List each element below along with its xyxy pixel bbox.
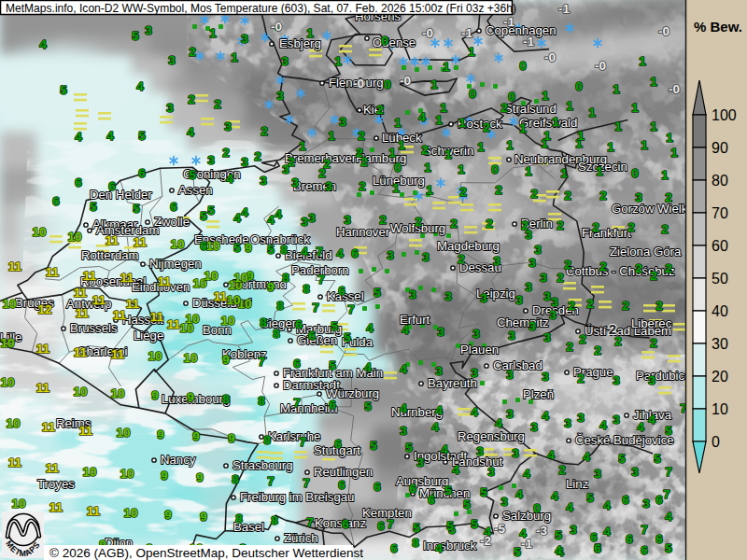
svg-text:6: 6 [641, 543, 648, 557]
svg-text:0: 0 [384, 77, 391, 91]
svg-text:4: 4 [402, 323, 409, 337]
svg-text:4: 4 [226, 172, 233, 186]
svg-text:10: 10 [148, 349, 162, 363]
svg-text:3: 3 [549, 308, 557, 322]
svg-text:Kassel: Kassel [327, 289, 364, 303]
svg-text:2: 2 [376, 103, 384, 117]
svg-text:3: 3 [635, 190, 642, 204]
svg-text:-1: -1 [521, 537, 533, 551]
svg-text:10: 10 [170, 237, 184, 251]
svg-text:11: 11 [8, 259, 22, 273]
svg-text:11: 11 [150, 310, 164, 324]
svg-text:9: 9 [164, 508, 172, 522]
svg-text:40: 40 [712, 303, 728, 319]
svg-text:10: 10 [205, 239, 219, 253]
svg-text:6: 6 [390, 541, 398, 555]
svg-text:-5: -5 [494, 522, 506, 536]
svg-text:Freiburg im Breisgau: Freiburg im Breisgau [240, 490, 354, 504]
svg-text:1: 1 [306, 26, 314, 40]
svg-text:1: 1 [588, 105, 596, 119]
svg-text:Copenhagen: Copenhagen [486, 23, 557, 37]
svg-text:9: 9 [222, 353, 230, 367]
svg-text:3: 3 [570, 523, 577, 537]
svg-text:4: 4 [583, 450, 590, 464]
svg-text:3: 3 [525, 228, 532, 242]
svg-text:2: 2 [599, 189, 607, 203]
svg-text:3: 3 [631, 465, 639, 479]
svg-text:50: 50 [712, 271, 728, 287]
svg-text:10: 10 [6, 416, 20, 430]
svg-text:2: 2 [421, 143, 429, 157]
svg-text:1: 1 [641, 138, 648, 152]
svg-text:1: 1 [440, 101, 447, 115]
svg-text:7: 7 [299, 435, 306, 449]
svg-text:1: 1 [443, 60, 450, 74]
svg-text:4: 4 [542, 409, 549, 423]
svg-text:7: 7 [347, 302, 355, 316]
svg-text:5: 5 [374, 286, 381, 300]
svg-text:1: 1 [542, 89, 549, 103]
svg-text:8: 8 [258, 394, 265, 408]
svg-text:1: 1 [477, 140, 485, 154]
svg-text:4: 4 [39, 37, 47, 51]
svg-text:9: 9 [151, 388, 159, 402]
svg-text:2: 2 [188, 92, 195, 106]
svg-text:3: 3 [241, 155, 248, 169]
svg-text:1: 1 [552, 115, 559, 129]
svg-text:3: 3 [493, 254, 500, 268]
svg-text:2: 2 [495, 183, 502, 197]
svg-text:Greifswald: Greifswald [519, 116, 577, 130]
svg-text:1: 1 [299, 139, 306, 153]
svg-text:11: 11 [134, 235, 148, 249]
svg-text:1: 1 [525, 164, 532, 178]
svg-text:3: 3 [543, 330, 551, 344]
svg-text:3: 3 [506, 407, 514, 421]
svg-text:10: 10 [11, 497, 25, 511]
svg-text:2: 2 [665, 190, 672, 204]
svg-text:4: 4 [637, 420, 644, 434]
svg-text:8: 8 [263, 433, 271, 447]
svg-text:100: 100 [712, 107, 737, 123]
svg-text:Bayreuth: Bayreuth [428, 376, 477, 390]
svg-text:3: 3 [145, 23, 152, 37]
svg-text:8: 8 [303, 282, 310, 296]
svg-text:7: 7 [312, 301, 319, 315]
svg-text:80: 80 [712, 173, 728, 189]
svg-text:2: 2 [635, 261, 642, 275]
svg-text:4: 4 [431, 420, 439, 434]
svg-text:1: 1 [631, 101, 639, 115]
svg-text:2: 2 [586, 297, 594, 311]
svg-text:2: 2 [594, 343, 601, 357]
svg-text:7: 7 [317, 273, 325, 287]
svg-text:10: 10 [179, 321, 193, 335]
svg-text:2: 2 [577, 371, 585, 385]
svg-text:11: 11 [74, 286, 88, 300]
svg-text:5: 5 [233, 241, 241, 255]
svg-text:3: 3 [339, 115, 346, 129]
svg-text:1: 1 [639, 54, 646, 68]
svg-text:2: 2 [458, 252, 465, 266]
svg-text:3: 3 [281, 54, 289, 68]
svg-text:10: 10 [32, 225, 46, 239]
svg-text:9: 9 [200, 510, 207, 524]
svg-text:Konstanz: Konstanz [315, 516, 366, 530]
svg-text:4: 4 [241, 205, 248, 219]
svg-text:1: 1 [444, 147, 452, 161]
svg-text:Nijmegen: Nijmegen [149, 257, 202, 271]
svg-text:5: 5 [207, 203, 215, 217]
svg-text:2: 2 [650, 269, 657, 283]
svg-text:2: 2 [459, 185, 467, 199]
svg-text:4: 4 [599, 418, 607, 432]
svg-text:2: 2 [650, 336, 657, 350]
svg-text:2: 2 [379, 213, 387, 227]
svg-text:11: 11 [111, 347, 125, 361]
svg-text:Assen: Assen [178, 183, 213, 197]
svg-text:1: 1 [435, 113, 443, 127]
svg-text:10: 10 [120, 467, 134, 481]
svg-text:2: 2 [564, 258, 571, 272]
svg-text:Hannover: Hannover [336, 225, 390, 239]
svg-text:90: 90 [712, 140, 728, 156]
svg-text:4: 4 [75, 130, 82, 144]
svg-text:0: 0 [469, 87, 476, 101]
svg-text:8: 8 [260, 315, 267, 329]
